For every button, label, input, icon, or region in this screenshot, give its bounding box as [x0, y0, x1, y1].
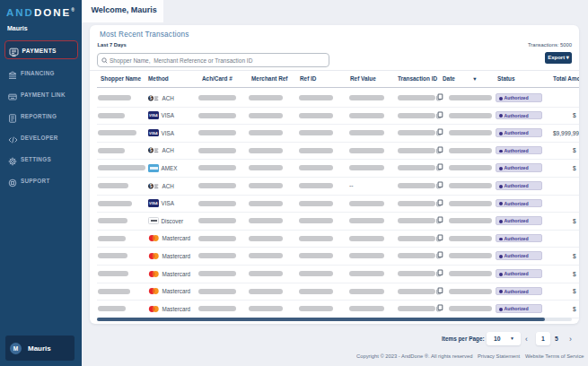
svg-text:$: $ — [150, 148, 153, 153]
svg-text:$: $ — [150, 95, 153, 100]
svg-text:$: $ — [150, 183, 153, 188]
